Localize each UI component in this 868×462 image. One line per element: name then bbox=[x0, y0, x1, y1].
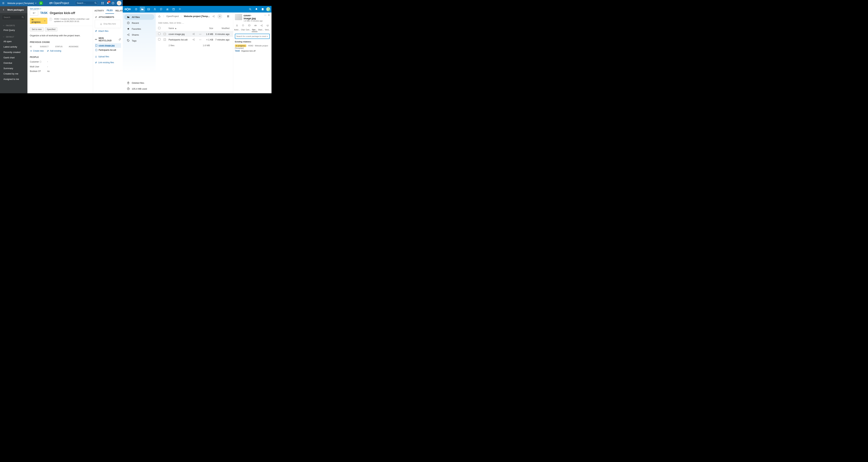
nc-sidebar-item[interactable]: Shares bbox=[124, 32, 154, 37]
wp-description[interactable]: Organize a kick-of workshop with the pro… bbox=[27, 33, 93, 38]
search-icon bbox=[94, 2, 97, 4]
storage-file[interactable]: Participants list.odt bbox=[95, 48, 121, 52]
sidebar-item[interactable]: Latest activity bbox=[0, 44, 27, 50]
share-icon[interactable] bbox=[192, 33, 195, 35]
link-existing-link[interactable]: Link existing files bbox=[95, 61, 114, 64]
sharing-icon bbox=[260, 24, 263, 27]
detail-tab[interactable]: Shari… bbox=[258, 28, 264, 32]
view-grid-icon[interactable] bbox=[226, 14, 230, 19]
calendar-icon[interactable] bbox=[171, 7, 176, 12]
search-icon[interactable] bbox=[248, 7, 253, 12]
nc-sidebar-footer-item[interactable]: 105.4 MB used bbox=[124, 86, 154, 91]
row-menu-icon[interactable]: ⋯ bbox=[197, 33, 203, 35]
modules-icon[interactable] bbox=[101, 2, 104, 4]
col-size[interactable]: Size bbox=[203, 27, 213, 30]
sidebar-item[interactable]: Recently created bbox=[0, 50, 27, 55]
svg-point-30 bbox=[128, 40, 128, 40]
sidebar-item[interactable]: Assigned to me bbox=[0, 77, 27, 82]
detail-tab[interactable]: Com… bbox=[245, 28, 251, 32]
row-menu-icon[interactable]: ⋯ bbox=[197, 38, 203, 41]
attach-files-link[interactable]: Attach files bbox=[95, 30, 108, 32]
panel-tab[interactable]: ACTIVITY bbox=[93, 9, 105, 14]
dashboard-icon[interactable] bbox=[133, 7, 139, 12]
notifications[interactable]: 49 bbox=[106, 2, 109, 4]
photos-icon[interactable] bbox=[146, 7, 151, 12]
close-icon[interactable]: ✕ bbox=[268, 14, 270, 16]
more-icon[interactable]: ⋯ bbox=[264, 14, 266, 16]
global-search[interactable] bbox=[75, 1, 98, 5]
back-arrow-icon[interactable] bbox=[2, 8, 5, 11]
file-row[interactable]: Participants list.odt⋯< 1 KB7 minutes ag… bbox=[156, 37, 233, 42]
sidebar-item[interactable]: Gantt chart bbox=[0, 55, 27, 60]
share-icon[interactable] bbox=[192, 38, 195, 41]
more-apps-icon[interactable] bbox=[177, 7, 182, 12]
create-new-link[interactable]: Create new bbox=[30, 50, 43, 52]
files-icon[interactable] bbox=[140, 7, 145, 12]
col-name[interactable]: Name ▲ bbox=[168, 27, 192, 30]
row-checkbox[interactable] bbox=[158, 38, 160, 40]
notifications-icon[interactable] bbox=[254, 7, 259, 12]
sidebar-search[interactable] bbox=[2, 15, 25, 20]
status-dropdown[interactable]: In progress bbox=[30, 18, 48, 24]
crumb-seg[interactable]: OpenProject bbox=[166, 15, 179, 18]
people-value[interactable]: no bbox=[47, 70, 90, 73]
add-button[interactable] bbox=[39, 1, 43, 5]
detail-tab[interactable]: Activi… bbox=[234, 28, 241, 32]
action-pill[interactable]: Set to new bbox=[30, 27, 43, 31]
nc-sidebar-item[interactable]: Favorites bbox=[124, 26, 154, 32]
col-modified[interactable]: Modified bbox=[213, 27, 230, 30]
nc-sidebar-footer-item[interactable]: Deleted files bbox=[124, 80, 154, 86]
detail-tab[interactable]: Versi… bbox=[265, 28, 271, 32]
upload-files-link[interactable]: Upload files bbox=[95, 55, 109, 58]
new-button[interactable] bbox=[217, 14, 222, 19]
action-pill[interactable]: Specified bbox=[45, 27, 57, 31]
people-value[interactable]: - bbox=[47, 65, 90, 68]
nc-sidebar-footer-item[interactable]: Files settings bbox=[124, 92, 154, 93]
share-icon[interactable] bbox=[211, 14, 216, 19]
sidebar-item[interactable]: Overdue bbox=[0, 60, 27, 66]
status-help-icon[interactable]: ? bbox=[49, 18, 52, 21]
nc-sidebar-item[interactable]: Recent bbox=[124, 20, 154, 26]
chevron-down-icon bbox=[44, 20, 45, 22]
crumb-seg[interactable]: Website project [Temp... bbox=[184, 15, 210, 18]
panel-tab[interactable]: FILES bbox=[105, 9, 114, 14]
people-value[interactable]: - bbox=[47, 60, 90, 63]
file-row[interactable]: cover-image.jpg⋯1.6 MB8 minutes ago bbox=[156, 31, 233, 37]
home-icon[interactable] bbox=[158, 15, 161, 18]
user-avatar[interactable]: BL bbox=[266, 7, 270, 11]
notes-input[interactable] bbox=[156, 20, 233, 26]
hamburger-icon[interactable] bbox=[1, 1, 5, 5]
external-link-icon[interactable] bbox=[119, 38, 121, 41]
activity-icon[interactable] bbox=[152, 7, 157, 12]
detail-tab[interactable]: Chat bbox=[241, 28, 245, 32]
help-icon[interactable]: ? bbox=[112, 2, 115, 4]
storage-file[interactable]: cover-image.jpg bbox=[95, 43, 121, 48]
wp-title[interactable]: Organize kick-off bbox=[50, 11, 75, 15]
default-label[interactable]: DEFAULT bbox=[0, 35, 27, 39]
nc-sidebar-item[interactable]: Tags bbox=[124, 38, 154, 44]
nc-sidebar-item[interactable]: All files bbox=[124, 14, 154, 20]
contacts-menu-icon[interactable] bbox=[260, 7, 265, 12]
chevron-down-icon[interactable] bbox=[266, 35, 268, 37]
panel-tab[interactable]: RELATION bbox=[114, 9, 123, 14]
relation-card[interactable]: In progress #9382 · Website project [Tem… bbox=[235, 45, 270, 52]
detail-tab[interactable]: Ope… bbox=[252, 28, 257, 32]
project-selector[interactable]: Website project [Template] bbox=[7, 2, 37, 4]
favorite-label[interactable]: FAVORITE bbox=[0, 24, 27, 27]
sidebar-item[interactable]: All open bbox=[0, 39, 27, 44]
talk-icon[interactable] bbox=[158, 7, 164, 12]
svg-point-19 bbox=[148, 9, 148, 9]
sidebar-item[interactable]: Summary bbox=[0, 66, 27, 71]
drop-zone[interactable]: Drop files here bbox=[95, 20, 121, 28]
row-checkbox[interactable] bbox=[158, 33, 160, 35]
contacts-icon[interactable] bbox=[165, 7, 170, 12]
set-parent-link[interactable]: Set parent + bbox=[27, 6, 93, 10]
wp-search[interactable] bbox=[235, 34, 270, 39]
nc-logo[interactable] bbox=[124, 7, 131, 11]
select-all-checkbox[interactable] bbox=[158, 27, 160, 29]
add-existing-link[interactable]: Add existing bbox=[47, 50, 61, 52]
sidebar-item[interactable]: Created by me bbox=[0, 71, 27, 77]
sidebar-item[interactable]: Print Query bbox=[0, 27, 27, 33]
user-avatar[interactable] bbox=[117, 1, 121, 5]
back-button[interactable] bbox=[30, 10, 38, 16]
